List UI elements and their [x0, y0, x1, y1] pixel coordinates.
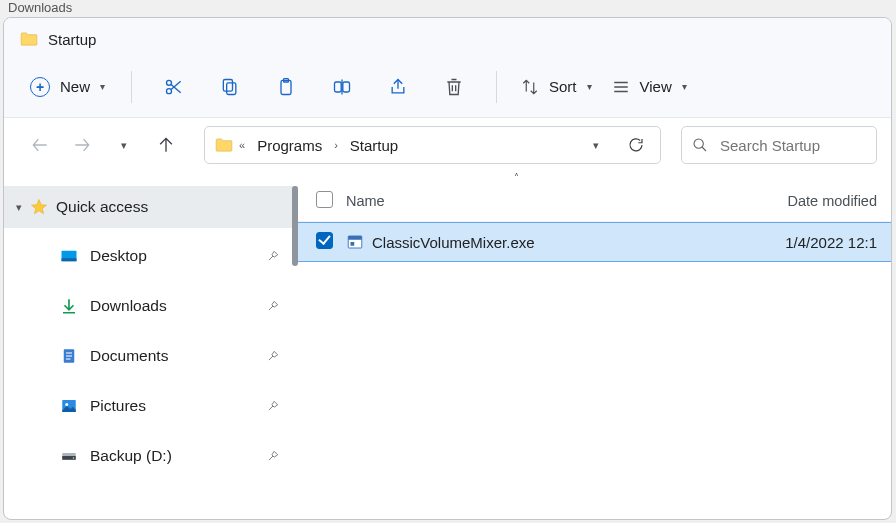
svg-rect-5 — [223, 79, 232, 91]
refresh-button[interactable] — [618, 127, 654, 163]
svg-rect-8 — [335, 82, 342, 92]
copy-icon — [220, 77, 240, 97]
select-all-checkbox[interactable] — [316, 191, 333, 208]
sidebar-item-label: Backup (D:) — [90, 447, 172, 465]
cut-button[interactable] — [152, 65, 196, 109]
list-icon — [612, 78, 630, 96]
window-title: Startup — [48, 31, 96, 48]
sort-button[interactable]: Sort ▾ — [511, 72, 602, 102]
address-bar[interactable]: « Programs › Startup ▾ — [204, 126, 661, 164]
recent-button[interactable]: ▾ — [106, 127, 142, 163]
chevron-down-icon: ▾ — [16, 201, 22, 214]
quick-access-header[interactable]: ▾ Quick access — [4, 186, 298, 228]
caret-up-icon: ˄ — [514, 172, 519, 180]
pin-icon — [266, 349, 280, 363]
view-button[interactable]: View ▾ — [602, 72, 697, 102]
sort-button-label: Sort — [549, 78, 577, 95]
plus-circle-icon: + — [30, 77, 50, 97]
back-button[interactable] — [22, 127, 58, 163]
breadcrumb-item[interactable]: Programs — [251, 137, 328, 154]
svg-line-17 — [702, 147, 706, 151]
column-name[interactable]: Name — [346, 193, 788, 209]
file-list-pane: ˄ Name Date modified ClassicVolumeMixer.… — [298, 172, 891, 519]
pin-icon — [266, 299, 280, 313]
row-checkbox[interactable] — [316, 232, 333, 249]
navigation-pane: ▾ Quick access Desktop Downloads Docu — [4, 172, 298, 519]
file-row[interactable]: ClassicVolumeMixer.exe 1/4/2022 12:1 — [298, 222, 891, 262]
forward-button[interactable] — [64, 127, 100, 163]
new-button[interactable]: + New ▾ — [18, 71, 117, 103]
chevron-down-icon: ▾ — [587, 81, 592, 92]
chevron-down-icon: ▾ — [100, 81, 105, 92]
pin-icon — [266, 399, 280, 413]
sort-indicator-row: ˄ — [298, 172, 891, 180]
breadcrumb-item[interactable]: Startup — [344, 137, 404, 154]
divider — [496, 71, 497, 103]
pin-icon — [266, 249, 280, 263]
sidebar-item-pictures[interactable]: Pictures — [4, 384, 298, 428]
view-button-label: View — [640, 78, 672, 95]
star-icon — [30, 198, 48, 216]
search-icon — [692, 137, 708, 153]
background-label: Downloads — [8, 0, 72, 15]
copy-button[interactable] — [208, 65, 252, 109]
rename-icon — [332, 77, 352, 97]
sidebar-item-desktop[interactable]: Desktop — [4, 234, 298, 278]
quick-access-label: Quick access — [56, 198, 148, 216]
sidebar-item-documents[interactable]: Documents — [4, 334, 298, 378]
sidebar-item-downloads[interactable]: Downloads — [4, 284, 298, 328]
svg-rect-4 — [227, 82, 236, 94]
history-dropdown-button[interactable]: ▾ — [578, 127, 614, 163]
clipboard-icon — [276, 77, 296, 97]
search-input[interactable] — [718, 136, 866, 155]
share-button[interactable] — [376, 65, 420, 109]
sidebar-item-label: Documents — [90, 347, 168, 365]
column-date[interactable]: Date modified — [788, 193, 877, 209]
up-button[interactable] — [148, 127, 184, 163]
delete-button[interactable] — [432, 65, 476, 109]
svg-point-25 — [65, 403, 68, 406]
svg-rect-30 — [348, 236, 362, 240]
svg-rect-9 — [343, 82, 350, 92]
folder-icon — [20, 32, 38, 46]
exe-icon — [346, 233, 364, 251]
sidebar-item-label: Downloads — [90, 297, 167, 315]
document-icon — [60, 347, 78, 365]
sort-icon — [521, 78, 539, 96]
trash-icon — [444, 77, 464, 97]
command-bar: + New ▾ — [4, 56, 891, 118]
titlebar: Startup — [4, 18, 891, 56]
chevron-right-icon: › — [332, 139, 340, 151]
chevron-down-icon: ▾ — [682, 81, 687, 92]
svg-rect-19 — [62, 258, 77, 261]
chevron-down-icon: ▾ — [121, 139, 127, 152]
file-date: 1/4/2022 12:1 — [785, 234, 877, 251]
arrow-right-icon — [72, 135, 92, 155]
refresh-icon — [627, 136, 645, 154]
navigation-row: ▾ « Programs › Startup ▾ — [4, 118, 891, 172]
sidebar-item-backup[interactable]: Backup (D:) — [4, 434, 298, 478]
divider — [131, 71, 132, 103]
arrow-up-icon — [156, 135, 176, 155]
breadcrumb-overflow[interactable]: « — [237, 139, 247, 151]
svg-point-0 — [167, 80, 172, 85]
sidebar-item-label: Pictures — [90, 397, 146, 415]
svg-point-16 — [694, 139, 703, 148]
paste-button[interactable] — [264, 65, 308, 109]
scissors-icon — [164, 77, 184, 97]
pictures-icon — [60, 397, 78, 415]
share-icon — [388, 77, 408, 97]
sidebar-scrollbar[interactable] — [292, 186, 298, 266]
download-icon — [60, 297, 78, 315]
pin-icon — [266, 449, 280, 463]
svg-rect-31 — [351, 242, 355, 246]
desktop-icon — [60, 247, 78, 265]
svg-point-28 — [73, 457, 75, 459]
sidebar-item-label: Desktop — [90, 247, 147, 265]
arrow-left-icon — [30, 135, 50, 155]
search-box[interactable] — [681, 126, 877, 164]
chevron-down-icon: ▾ — [593, 139, 599, 152]
rename-button[interactable] — [320, 65, 364, 109]
file-explorer-window: Startup + New ▾ — [3, 17, 892, 520]
drive-icon — [60, 447, 78, 465]
